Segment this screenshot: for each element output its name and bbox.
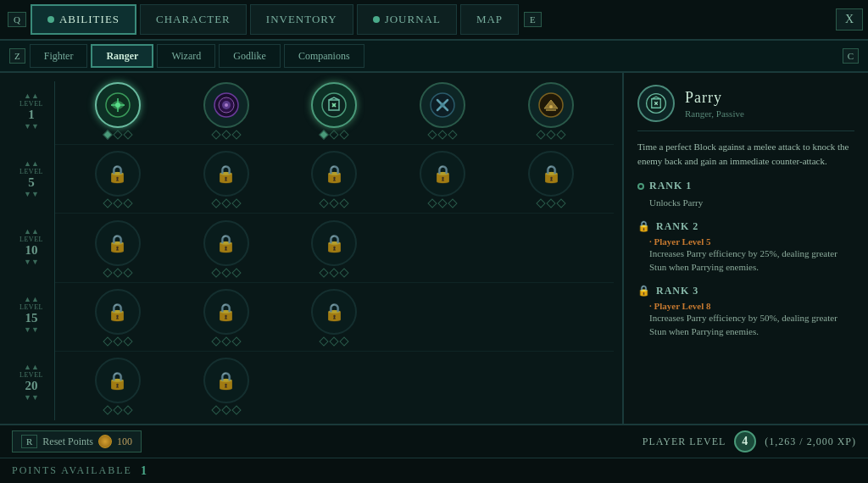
nav-tab-character[interactable]: CHARACTER bbox=[140, 4, 247, 35]
rank-2-requirement: Player Level 5 bbox=[637, 236, 854, 247]
pip bbox=[556, 130, 565, 139]
skill-cell-1-3 bbox=[300, 82, 368, 138]
skill-icon-cross[interactable] bbox=[420, 82, 465, 128]
skill-icon-purple[interactable] bbox=[203, 82, 249, 128]
pip bbox=[113, 336, 122, 346]
nav-tab-map[interactable]: MAP bbox=[460, 4, 519, 35]
skill-icon-parry[interactable] bbox=[311, 82, 357, 128]
level-1-label: ▲▲ LEVEL 1 ▼▼ bbox=[8, 81, 55, 149]
skill-icon-locked-4-3[interactable]: 🔒 bbox=[311, 289, 357, 335]
pip bbox=[103, 336, 112, 346]
level-20-label: ▲▲ LEVEL 20 ▼▼ bbox=[8, 353, 55, 420]
pip bbox=[211, 406, 220, 415]
rank-2-section: 🔒 RANK 2 Player Level 5 Increases Parry … bbox=[637, 220, 854, 275]
coin-icon bbox=[98, 435, 112, 448]
rank-1-section: RANK 1 Unlocks Parry bbox=[637, 180, 854, 210]
pip bbox=[221, 199, 231, 208]
nav-tab-journal[interactable]: JOURNAL bbox=[357, 4, 457, 35]
points-label: POINTS AVAILABLE bbox=[12, 464, 132, 477]
points-bar: POINTS AVAILABLE 1 bbox=[0, 458, 868, 483]
pip-row-5-2 bbox=[213, 407, 240, 414]
skill-icon-locked-3-3[interactable]: 🔒 bbox=[311, 220, 357, 266]
pip bbox=[211, 268, 220, 277]
skill-icon-locked-3-2[interactable]: 🔒 bbox=[203, 220, 249, 266]
skills-row-4: 🔒 🔒 bbox=[55, 283, 614, 352]
pip bbox=[330, 336, 339, 346]
pip bbox=[448, 199, 458, 208]
pip bbox=[428, 130, 437, 139]
pip bbox=[103, 268, 112, 277]
subtab-ranger[interactable]: Ranger bbox=[91, 44, 153, 68]
top-navigation: Q ABILITIES CHARACTER INVENTORY JOURNAL … bbox=[0, 0, 868, 41]
skill-cell-2-4: 🔒 bbox=[409, 151, 476, 207]
pip bbox=[330, 130, 339, 139]
subtab-fighter[interactable]: Fighter bbox=[30, 44, 88, 68]
skill-icon-gold[interactable] bbox=[528, 82, 574, 128]
skill-cell-1-5 bbox=[517, 82, 585, 138]
abilities-grid: ▲▲ LEVEL 1 ▼▼ ▲▲ LEVEL 5 ▼▼ ▲▲ LEVEL 10 … bbox=[8, 76, 614, 420]
pip-row-4-3 bbox=[320, 338, 348, 345]
skill-cell-1-4 bbox=[409, 82, 476, 138]
skill-icon-active-green[interactable] bbox=[95, 82, 141, 128]
pip bbox=[546, 130, 555, 139]
pip-row-5-1 bbox=[104, 407, 131, 414]
pip-row-4-1 bbox=[104, 338, 131, 345]
close-button[interactable]: X bbox=[836, 8, 863, 31]
level-5-label: ▲▲ LEVEL 5 ▼▼ bbox=[8, 149, 55, 217]
subtab-wizard[interactable]: Wizard bbox=[157, 44, 215, 68]
pip-row-2-3 bbox=[320, 200, 348, 207]
skill-cell-3-1: 🔒 bbox=[84, 220, 152, 276]
skills-area: 🔒 🔒 bbox=[55, 76, 614, 420]
skill-icon-locked-2-1[interactable]: 🔒 bbox=[95, 151, 141, 197]
reset-button[interactable]: R Reset Points 100 bbox=[12, 430, 142, 452]
pip bbox=[438, 199, 448, 208]
bottom-bar: R Reset Points 100 PLAYER LEVEL 4 (1,263… bbox=[0, 424, 868, 458]
pip bbox=[113, 406, 122, 415]
pip bbox=[113, 268, 122, 277]
subtab-companions[interactable]: Companions bbox=[284, 44, 364, 68]
pip bbox=[123, 406, 132, 415]
pip bbox=[221, 336, 231, 346]
pip bbox=[123, 130, 132, 139]
detail-title-block: Parry Ranger, Passive bbox=[685, 89, 744, 119]
skill-cell-2-2: 🔒 bbox=[192, 151, 260, 207]
pip bbox=[211, 130, 220, 139]
pip bbox=[340, 130, 349, 139]
pip bbox=[231, 130, 241, 139]
reset-cost: 100 bbox=[117, 436, 132, 448]
rank-3-effect: Increases Parry efficiency by 50%, deali… bbox=[637, 311, 854, 339]
skill-icon-locked-3-1[interactable]: 🔒 bbox=[95, 220, 141, 266]
subtab-godlike[interactable]: Godlike bbox=[219, 44, 281, 68]
abilities-area: ▲▲ LEVEL 1 ▼▼ ▲▲ LEVEL 5 ▼▼ ▲▲ LEVEL 10 … bbox=[0, 73, 622, 424]
level-labels: ▲▲ LEVEL 1 ▼▼ ▲▲ LEVEL 5 ▼▼ ▲▲ LEVEL 10 … bbox=[8, 76, 55, 420]
rank-1-header: RANK 1 bbox=[637, 180, 854, 192]
skills-row-1 bbox=[55, 76, 614, 145]
pip bbox=[340, 199, 349, 208]
skill-icon-locked-5-2[interactable]: 🔒 bbox=[203, 358, 249, 403]
pip bbox=[320, 336, 329, 346]
pip bbox=[103, 199, 112, 208]
skill-icon-locked-2-4[interactable]: 🔒 bbox=[420, 151, 465, 197]
rank-2-effect: Increases Parry efficiency by 25%, deali… bbox=[637, 247, 854, 275]
skill-icon-locked-4-1[interactable]: 🔒 bbox=[95, 289, 141, 335]
skill-icon-locked-4-2[interactable]: 🔒 bbox=[203, 289, 249, 335]
pip-row-4-2 bbox=[213, 338, 240, 345]
skill-icon-locked-2-2[interactable]: 🔒 bbox=[203, 151, 249, 197]
svg-point-5 bbox=[225, 103, 228, 107]
nav-tab-abilities[interactable]: ABILITIES bbox=[31, 4, 136, 35]
pip bbox=[211, 199, 220, 208]
pip bbox=[556, 199, 565, 208]
skill-cell-4-1: 🔒 bbox=[84, 289, 152, 345]
skill-icon-locked-5-1[interactable]: 🔒 bbox=[95, 358, 141, 403]
svg-point-1 bbox=[115, 103, 120, 108]
skill-cell-5-1: 🔒 bbox=[84, 358, 152, 414]
pip bbox=[103, 130, 112, 139]
skill-icon-locked-2-5[interactable]: 🔒 bbox=[528, 151, 574, 197]
nav-tab-inventory[interactable]: INVENTORY bbox=[250, 4, 353, 35]
abilities-dot bbox=[47, 16, 54, 23]
skill-cell-3-2: 🔒 bbox=[192, 220, 260, 276]
pip bbox=[330, 268, 339, 277]
pip bbox=[123, 199, 132, 208]
skill-icon-locked-2-3[interactable]: 🔒 bbox=[311, 151, 357, 197]
pip-row-3-3 bbox=[320, 269, 348, 276]
